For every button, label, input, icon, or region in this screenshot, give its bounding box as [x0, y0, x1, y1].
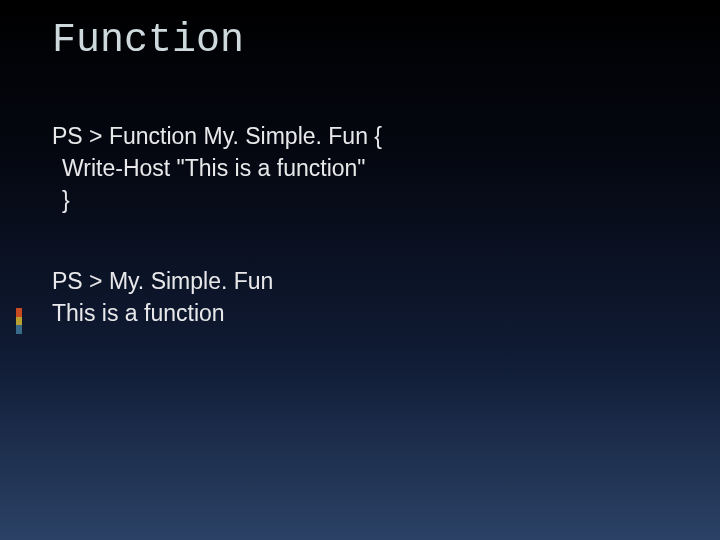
- output-block: PS > My. Simple. Fun This is a function: [52, 265, 382, 329]
- output-line: PS > My. Simple. Fun: [52, 265, 382, 297]
- code-line: }: [52, 184, 382, 216]
- accent-stripe: [16, 308, 22, 334]
- slide-content: PS > Function My. Simple. Fun { Write-Ho…: [52, 120, 382, 329]
- code-line: PS > Function My. Simple. Fun {: [52, 120, 382, 152]
- output-line: This is a function: [52, 297, 382, 329]
- slide-title: Function: [52, 18, 244, 63]
- code-line: Write-Host "This is a function": [52, 152, 382, 184]
- code-block: PS > Function My. Simple. Fun { Write-Ho…: [52, 120, 382, 217]
